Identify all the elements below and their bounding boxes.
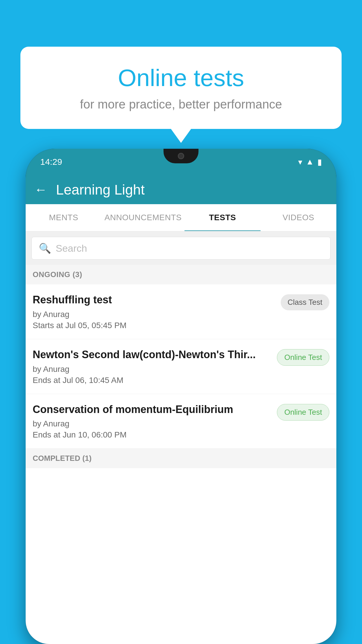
status-icons: ▾ ▲ ▮ <box>298 157 322 167</box>
test-info: Newton's Second law(contd)-Newton's Thir… <box>33 348 277 385</box>
status-bar: 14:29 ▾ ▲ ▮ <box>26 149 336 175</box>
battery-icon: ▮ <box>317 157 322 167</box>
phone-screen: MENTS ANNOUNCEMENTS TESTS VIDEOS 🔍 Searc… <box>26 204 336 644</box>
test-item[interactable]: Conservation of momentum-Equilibrium by … <box>26 394 336 449</box>
test-title: Conservation of momentum-Equilibrium <box>33 403 271 416</box>
completed-section-label: COMPLETED (1) <box>26 449 336 468</box>
test-author: by Anurag <box>33 365 271 374</box>
search-bar[interactable]: 🔍 Search <box>31 237 331 260</box>
tabs-bar: MENTS ANNOUNCEMENTS TESTS VIDEOS <box>26 204 336 232</box>
test-info: Conservation of momentum-Equilibrium by … <box>33 403 277 440</box>
wifi-icon: ▾ <box>298 157 302 167</box>
speech-bubble: Online tests for more practice, better p… <box>20 47 342 129</box>
online-test-badge: Online Test <box>277 404 329 421</box>
bubble-title: Online tests <box>44 64 318 92</box>
test-title: Reshuffling test <box>33 293 275 307</box>
tab-ments[interactable]: MENTS <box>26 204 101 231</box>
search-icon: 🔍 <box>39 242 51 254</box>
tab-announcements[interactable]: ANNOUNCEMENTS <box>101 204 184 231</box>
camera <box>178 153 184 159</box>
search-placeholder: Search <box>56 243 323 254</box>
app-header: ← Learning Light <box>26 175 336 204</box>
test-author: by Anurag <box>33 310 275 319</box>
bubble-subtitle: for more practice, better performance <box>44 97 318 111</box>
speech-bubble-container: Online tests for more practice, better p… <box>20 47 342 129</box>
test-author: by Anurag <box>33 419 271 428</box>
class-test-badge: Class Test <box>281 294 329 310</box>
ongoing-section-label: ONGOING (3) <box>26 265 336 284</box>
test-info: Reshuffling test by Anurag Starts at Jul… <box>33 293 281 330</box>
test-date: Ends at Jun 10, 06:00 PM <box>33 430 271 440</box>
status-time: 14:29 <box>40 157 62 167</box>
search-bar-container: 🔍 Search <box>26 232 336 265</box>
test-title: Newton's Second law(contd)-Newton's Thir… <box>33 348 271 362</box>
app-title: Learning Light <box>56 182 145 198</box>
tab-videos[interactable]: VIDEOS <box>261 204 336 231</box>
test-list: Reshuffling test by Anurag Starts at Jul… <box>26 284 336 449</box>
test-item[interactable]: Newton's Second law(contd)-Newton's Thir… <box>26 339 336 394</box>
tab-tests[interactable]: TESTS <box>184 204 260 231</box>
test-item[interactable]: Reshuffling test by Anurag Starts at Jul… <box>26 284 336 339</box>
online-test-badge: Online Test <box>277 349 329 366</box>
test-date: Ends at Jul 06, 10:45 AM <box>33 376 271 385</box>
phone-notch <box>164 149 198 163</box>
phone-frame: 14:29 ▾ ▲ ▮ ← Learning Light MENTS ANNOU… <box>26 149 336 644</box>
back-button[interactable]: ← <box>34 182 47 197</box>
signal-icon: ▲ <box>306 157 314 167</box>
test-date: Starts at Jul 05, 05:45 PM <box>33 321 275 330</box>
